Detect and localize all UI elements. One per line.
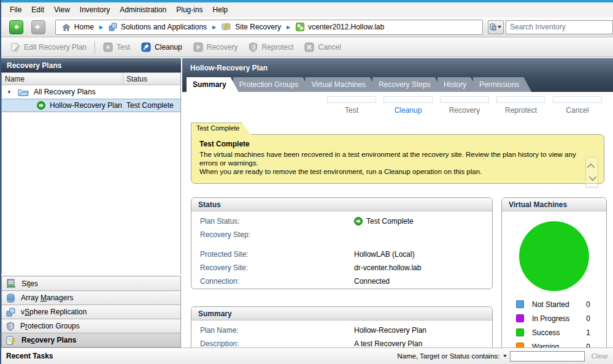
arrow-right-icon: [34, 23, 42, 31]
action-recovery[interactable]: Recovery: [436, 96, 493, 115]
banner-text-line1: The virtual machines have been recovered…: [199, 150, 577, 167]
sidebar-item-sites[interactable]: Sites: [2, 276, 180, 290]
shortcut-label: Recovery Plans: [21, 336, 76, 344]
menu-view[interactable]: View: [49, 3, 75, 17]
legend-item-in-progress: In Progress 0: [502, 311, 606, 325]
cancel-button[interactable]: Cancel: [299, 40, 346, 54]
tree-row-all-recovery-plans[interactable]: ▼ All Recovery Plans: [2, 85, 180, 99]
breadcrumb-solutions[interactable]: Solutions and Applications: [109, 23, 207, 31]
field-value: Hollow-Recovery Plan: [354, 324, 426, 337]
column-header-name[interactable]: Name: [2, 73, 123, 85]
back-button[interactable]: [9, 20, 23, 34]
search-scope-icon: [490, 23, 496, 31]
shortcut-label: Protection Groups: [20, 322, 80, 330]
summary-tab-content: Test Cleanup Recovery Reprotect Cancel: [182, 92, 613, 347]
sidebar-item-vsphere-replication[interactable]: vSphere Replication: [2, 305, 180, 319]
tree-expander-icon[interactable]: ▼: [7, 89, 13, 95]
legend-swatch: [516, 328, 524, 336]
shortcut-label: vSphere Replication: [21, 308, 87, 316]
play-icon: [103, 42, 113, 52]
tree-row-hollow-recovery-plan[interactable]: Hollow-Recovery Plan Test Complete: [2, 99, 180, 112]
sites-building-icon: [6, 279, 16, 288]
sidebar-item-recovery-plans[interactable]: Recovery Plans: [2, 333, 180, 347]
clear-filter-button[interactable]: Clear: [588, 352, 608, 360]
tab-virtual-machines[interactable]: Virtual Machines: [305, 77, 378, 92]
sidebar-item-array-managers[interactable]: Array Managers: [2, 290, 180, 305]
breadcrumb-label: Site Recovery: [235, 23, 281, 31]
breadcrumb-vcenter[interactable]: vcenter2012.Hollow.lab: [296, 23, 384, 31]
field-value: dr-vcenter.hollow.lab: [354, 261, 421, 275]
field-label: Plan Name:: [200, 324, 354, 337]
legend-label: Success: [532, 328, 586, 337]
task-filter-input[interactable]: [510, 351, 585, 362]
tab-summary[interactable]: Summary: [187, 77, 239, 92]
breadcrumb-separator-icon: ▶: [285, 25, 291, 30]
action-test[interactable]: Test: [323, 96, 380, 115]
edit-pencil-icon: [10, 42, 20, 52]
chevron-down-icon[interactable]: [503, 355, 507, 357]
banner-scroll-control[interactable]: [585, 157, 598, 188]
recovery-button[interactable]: Recovery: [188, 40, 244, 54]
field-protected-site: Protected Site: HollowLAB (Local): [200, 248, 484, 261]
legend-label: In Progress: [532, 314, 586, 323]
banner-heading: Test Complete: [199, 140, 577, 148]
chevron-up-icon[interactable]: [587, 164, 595, 172]
left-panel-title: Recovery Plans: [1, 58, 181, 72]
tab-protection-groups[interactable]: Protection Groups: [233, 77, 311, 92]
status-arrow-icon: [37, 101, 45, 110]
recovery-plans-tree: Name Status ▼ All Recovery Plans Hollow-…: [1, 72, 181, 274]
left-panel-title-text: Recovery Plans: [7, 61, 61, 70]
menu-inventory[interactable]: Inventory: [75, 3, 115, 17]
shield-icon: [249, 42, 258, 52]
action-reprotect[interactable]: Reprotect: [493, 96, 549, 115]
chevron-down-icon[interactable]: [589, 173, 597, 181]
menu-edit[interactable]: Edit: [26, 3, 49, 17]
vm-status-pie-chart: [519, 221, 589, 291]
plan-action-links: Test Cleanup Recovery Reprotect Cancel: [323, 96, 606, 115]
view-shortcuts: Sites Array Managers vSphere Replication…: [1, 276, 181, 347]
tree-item-status: Test Complete: [126, 101, 174, 110]
cleanup-button[interactable]: Cleanup: [136, 40, 188, 54]
summary-box: Summary Plan Name: Hollow-Recovery Plan …: [191, 306, 493, 347]
field-label: Connection:: [200, 275, 354, 288]
folder-icon: [18, 88, 29, 96]
menu-file[interactable]: File: [5, 3, 26, 17]
action-cancel[interactable]: Cancel: [549, 96, 606, 115]
menu-plugins[interactable]: Plug-ins: [171, 3, 207, 17]
legend-swatch: [516, 314, 524, 322]
column-header-status[interactable]: Status: [123, 73, 180, 85]
reprotect-button[interactable]: Reprotect: [243, 40, 299, 54]
chevron-down-icon: [498, 26, 501, 28]
field-label: Recovery Site:: [200, 261, 354, 275]
search-scope-button[interactable]: [488, 20, 504, 34]
breadcrumb-site-recovery[interactable]: Site Recovery: [222, 23, 281, 31]
sidebar-item-protection-groups[interactable]: Protection Groups: [2, 319, 180, 333]
forward-button[interactable]: [31, 20, 45, 34]
menu-administration[interactable]: Administration: [115, 3, 171, 17]
action-label: Cleanup: [380, 106, 436, 115]
legend-count: 0: [586, 314, 590, 323]
tab-recovery-steps[interactable]: Recovery Steps: [372, 77, 443, 92]
menu-help[interactable]: Help: [208, 3, 233, 17]
status-box: Status Plan Status: Test Complete Recove…: [191, 197, 493, 289]
action-label: Recovery: [436, 106, 493, 115]
action-cleanup[interactable]: Cleanup: [380, 96, 436, 115]
legend-count: 0: [586, 300, 590, 309]
breadcrumb-home[interactable]: Home: [62, 23, 94, 31]
edit-recovery-plan-button[interactable]: Edit Recovery Plan: [5, 40, 92, 54]
tab-history[interactable]: History: [438, 77, 479, 92]
action-toolbar: Edit Recovery Plan Test Cleanup Recovery: [1, 38, 613, 57]
search-inventory-input[interactable]: [506, 20, 613, 34]
action-icon-placeholder: [496, 96, 546, 103]
test-button[interactable]: Test: [98, 40, 136, 54]
protection-groups-shield-icon: [6, 322, 15, 331]
vsphere-client-window: File Edit View Inventory Administration …: [0, 0, 613, 364]
array-managers-database-icon: [6, 294, 15, 303]
banner-text-line2: When you are ready to remove the test en…: [199, 167, 577, 176]
field-label: Recovery Step:: [200, 228, 354, 241]
legend-swatch: [516, 343, 524, 347]
breadcrumb-label: vcenter2012.Hollow.lab: [308, 23, 384, 31]
recent-tasks-bar: Recent Tasks Name, Target or Status cont…: [1, 347, 613, 364]
action-label: Reprotect: [493, 106, 549, 115]
tab-permissions[interactable]: Permissions: [473, 77, 531, 92]
